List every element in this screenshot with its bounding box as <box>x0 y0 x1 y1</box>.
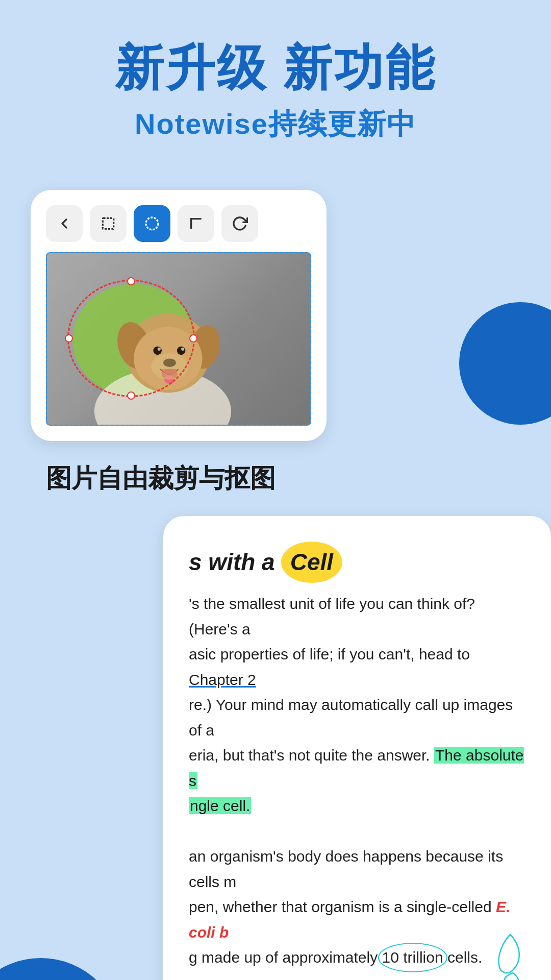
back-button[interactable] <box>46 205 83 242</box>
dog-image-container <box>46 252 311 426</box>
sub-title: Notewise持续更新中 <box>31 105 520 144</box>
pdf-body: 's the smallest unit of life you can thi… <box>189 591 525 970</box>
image-edit-section: 图片自由裁剪与抠图 <box>0 190 551 496</box>
pdf-title-line: s with a Cell <box>189 542 525 583</box>
pdf-line1: 's the smallest unit of life you can thi… <box>189 595 475 638</box>
image-section-caption: 图片自由裁剪与抠图 <box>46 461 536 496</box>
header-section: 新升级 新功能 Notewise持续更新中 <box>0 0 551 175</box>
corner-button[interactable] <box>178 205 214 242</box>
chapter-text: Chapter 2 <box>189 671 256 688</box>
pdf-line5: ngle cell. <box>189 797 251 814</box>
handle-top[interactable] <box>127 277 135 285</box>
deco-circle-top-right <box>459 302 551 425</box>
pdf-content: s with a Cell 's the smallest unit of li… <box>189 542 525 970</box>
pdf-title-prefix: s with a <box>189 544 275 581</box>
handle-right[interactable] <box>189 334 197 342</box>
selection-ellipse <box>67 280 195 397</box>
svg-point-1 <box>146 217 158 230</box>
pdf-title-highlight: Cell <box>281 542 342 583</box>
rotate-button[interactable] <box>221 205 258 242</box>
ellipse-select-button[interactable] <box>134 205 170 242</box>
toolbar <box>46 205 311 242</box>
trillion-circled: 10 trillion <box>382 945 443 970</box>
deco-circle-bottom-left <box>0 958 122 980</box>
pdf-line4: eria, but that's not quite the answer. <box>189 747 430 764</box>
pdf-end: cells. <box>447 949 482 966</box>
chapter-link: Chapter 2 <box>189 671 256 688</box>
pdf-card: s with a Cell 's the smallest unit of li… <box>163 516 551 980</box>
pdf-line7: pen, whether that organism is a single-c… <box>189 898 492 915</box>
main-title: 新升级 新功能 <box>31 41 520 95</box>
image-card <box>31 190 327 441</box>
pdf-line6: an organism's body does happens because … <box>189 848 503 890</box>
handle-bottom[interactable] <box>127 391 135 400</box>
rect-select-button[interactable] <box>90 205 127 242</box>
svg-rect-0 <box>103 218 113 229</box>
handle-left[interactable] <box>65 334 73 342</box>
trillion-text: 10 trillion <box>382 949 443 966</box>
annotation-svg <box>485 929 536 980</box>
pdf-line2: asic properties of life; if you can't, h… <box>189 646 470 663</box>
pdf-line8: g made up of approximately <box>189 949 378 966</box>
pdf-line3: re.) Your mind may automatically call up… <box>189 696 513 739</box>
pdf-section: s with a Cell 's the smallest unit of li… <box>0 516 551 980</box>
